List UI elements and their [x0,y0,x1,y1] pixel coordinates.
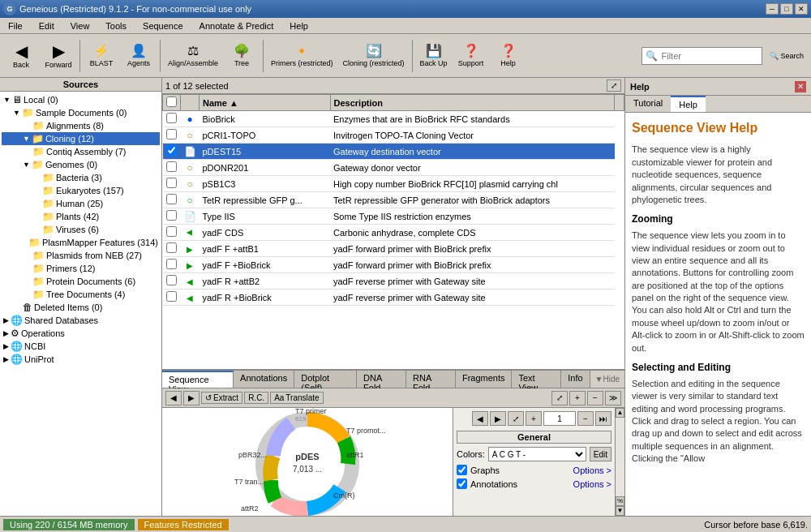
row-check[interactable] [166,113,177,123]
tree-item-cloning[interactable]: ▼ 📁 Cloning (12) [2,132,160,145]
tab-dna-fold[interactable]: DNA Fold [357,371,406,388]
align-assemble-button[interactable]: ⚖ Align/Assemble [164,36,222,75]
tree-item-bacteria[interactable]: 📁 Bacteria (3) [2,171,160,184]
scroll-up-btn[interactable]: ▲ [616,408,624,418]
zoom-out-btn[interactable]: − [587,391,603,405]
row-check[interactable] [166,178,177,188]
toggle-genomes[interactable]: ▼ [23,161,30,169]
backup-button[interactable]: 💾 Back Up [416,36,452,75]
seq-prev-button[interactable]: ◀ [165,391,182,405]
hide-button[interactable]: ▼Hide [590,371,624,388]
row-check[interactable] [166,145,177,156]
tree-item-protein-docs[interactable]: 📁 Protein Documents (6) [2,275,160,288]
tree-item-tree-docs[interactable]: 📁 Tree Documents (4) [2,288,160,301]
zoom-right-btn[interactable]: ▶ [490,411,506,426]
support-button[interactable]: ❓ Support [453,36,489,75]
more-btn[interactable]: ≫ [605,391,621,405]
tab-dotplot[interactable]: Dotplot (Self) [294,371,357,388]
menu-edit[interactable]: Edit [34,19,59,32]
toggle-cloning[interactable]: ▼ [23,135,30,143]
tree-item-plants[interactable]: 📁 Plants (42) [2,210,160,223]
menu-tools[interactable]: Tools [101,19,131,32]
cloning-button[interactable]: 🔄 Cloning (restricted) [339,36,409,75]
table-row[interactable]: ▶ yadF F +BioBrick yadF forward primer w… [163,257,624,273]
row-check[interactable] [166,210,177,221]
menu-view[interactable]: View [66,19,95,32]
table-row[interactable]: ○ pSB1C3 High copy number BioBrick RFC[1… [163,176,624,192]
graphs-checkbox[interactable] [457,465,467,475]
row-check[interactable] [166,194,177,204]
tree-item-sample-docs[interactable]: ▼ 📁 Sample Documents (0) [2,106,160,119]
colors-edit-button[interactable]: Edit [590,447,611,461]
tree-item-ncbi[interactable]: ▶ 🌐 NCBI [2,340,160,353]
annotations-checkbox[interactable] [457,478,467,489]
toggle-uniprot[interactable]: ▶ [3,355,9,363]
table-row[interactable]: ▼ yadF CDS Carbonic anhydrase, complete … [163,225,624,241]
forward-button[interactable]: ▶ Forward [41,36,76,75]
tab-tutorial[interactable]: Tutorial [625,96,671,112]
extract-button[interactable]: ↺ Extract [201,392,242,404]
toggle-shared[interactable]: ▶ [3,316,9,324]
col-description[interactable]: Description [330,95,615,111]
search-button[interactable]: 🔍 Search [766,45,808,66]
table-row[interactable]: ▶ yadF F +attB1 yadF forward primer with… [163,241,624,257]
menu-help[interactable]: Help [285,19,313,32]
zoom-in-main-btn[interactable]: + [526,411,542,426]
zoom-skip-btn[interactable]: ⏭ [595,411,611,426]
table-row[interactable]: 📄 Type IIS Some Type IIS restriction enz… [163,208,624,225]
tree-item-operations[interactable]: ▶ ⚙ Operations [2,327,160,340]
table-row[interactable]: ● BioBrick Enzymes that are in BioBrick … [163,111,624,127]
tab-info[interactable]: Info [561,371,590,388]
tree-item-deleted[interactable]: 🗑 Deleted Items (0) [2,301,160,314]
minimize-button[interactable]: ─ [766,3,779,15]
annotations-options-link[interactable]: Options > [573,479,611,489]
tab-rna-fold[interactable]: RNA Fold [406,371,456,388]
toggle-sample[interactable]: ▼ [13,109,20,117]
row-check[interactable] [166,242,177,253]
back-button[interactable]: ◀ Back [3,36,39,75]
graphs-options-link[interactable]: Options > [573,466,611,475]
menu-sequence[interactable]: Sequence [138,19,188,32]
row-check[interactable] [166,259,177,269]
row-check[interactable] [166,161,177,172]
seq-scrollbar[interactable]: ▲ % ▼ [615,408,624,516]
help-toolbar-button[interactable]: ❓ Help [491,36,526,75]
menu-file[interactable]: File [3,19,28,32]
rc-button[interactable]: R.C. [244,392,268,404]
check-all[interactable] [166,97,177,107]
maximize-button[interactable]: □ [780,3,793,15]
zoom-value-input[interactable] [543,411,576,426]
zoom-left-btn[interactable]: ◀ [472,411,488,426]
table-row[interactable]: ○ TetR repressible GFP g... TetR repress… [163,192,624,208]
zoom-out-main-btn[interactable]: − [577,411,594,426]
close-button[interactable]: ✕ [795,3,808,15]
tree-item-primers[interactable]: 📁 Primers (12) [2,262,160,275]
table-row[interactable]: ○ pCRI1-TOPO Invitrogen TOPO-TA Cloning … [163,127,624,144]
tree-item-shared-db[interactable]: ▶ 🌐 Shared Databases [2,314,160,327]
toggle-operations[interactable]: ▶ [3,329,9,337]
table-row[interactable]: ◀ yadF R +attB2 yadF reverse primer with… [163,273,624,290]
zoom-fit-btn[interactable]: ⤢ [551,391,568,405]
tree-item-uniprot[interactable]: ▶ 🌐 UniProt [2,353,160,366]
table-row[interactable]: ◀ yadF R +BioBrick yadF reverse primer w… [163,290,624,306]
menu-annotate[interactable]: Annotate & Predict [195,19,279,32]
scroll-down-btn[interactable]: ▼ [616,506,624,516]
tab-fragments[interactable]: Fragments [456,371,513,388]
zoom-in-btn[interactable]: + [569,391,586,405]
table-row[interactable]: ○ pDONR201 Gateway donor vector [163,160,624,176]
tree-button[interactable]: 🌳 Tree [224,36,260,75]
toggle-ncbi[interactable]: ▶ [3,342,9,350]
primers-button[interactable]: 🔸 Primers (restricted) [267,36,337,75]
filter-input[interactable] [661,51,758,61]
seq-next-button[interactable]: ▶ [183,391,200,405]
tree-item-alignments[interactable]: 📁 Alignments (8) [2,119,160,132]
tree-item-genomes[interactable]: ▼ 📁 Genomes (0) [2,158,160,171]
doc-table-scroll[interactable]: Name ▲ Description ● BioBrick Enzymes th… [162,94,624,369]
tab-annotations[interactable]: Annotations [234,371,294,388]
scroll-pct-btn[interactable]: % [616,496,624,506]
tab-sequence-view[interactable]: Sequence View [162,371,234,388]
table-row-selected[interactable]: 📄 pDEST15 Gateway destination vector [163,144,624,160]
tree-item-viruses[interactable]: 📁 Viruses (6) [2,223,160,236]
blast-button[interactable]: ⚡ BLAST [84,36,119,75]
agents-button[interactable]: 👤 Agents [121,36,157,75]
